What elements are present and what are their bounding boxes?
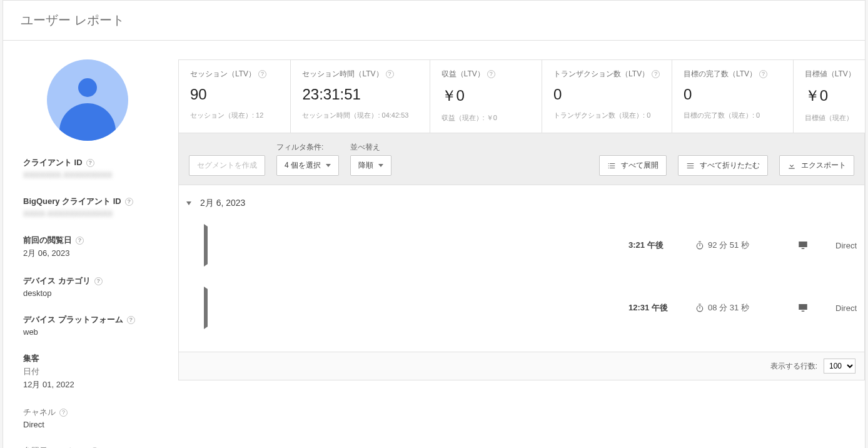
channel-label: チャネル <box>23 407 56 418</box>
acq-date-label: 日付 <box>23 366 172 377</box>
sessions-list: 2月 6, 2023 3:21 午後 92 分 51 秒 <box>178 185 865 352</box>
desktop-icon <box>797 240 809 251</box>
help-icon[interactable]: ? <box>76 237 84 245</box>
create-segment-button[interactable]: セグメントを作成 <box>189 155 265 176</box>
help-icon[interactable]: ? <box>59 409 68 417</box>
metric-session-duration: セッション時間（LTV）? 23:31:51 セッション時間（現在）: 04:4… <box>291 60 430 133</box>
desktop-icon <box>797 302 809 313</box>
table-footer: 表示する行数: 100 <box>178 352 865 380</box>
help-icon[interactable]: ? <box>759 70 767 78</box>
metric-revenue: 収益（LTV）? ￥0 収益（現在）: ￥0 <box>430 60 542 133</box>
bq-client-id-value: XXXX-XXXXXXXXXXXX <box>23 209 172 218</box>
title-bar: ユーザー レポート <box>3 1 865 41</box>
session-duration: 08 分 31 秒 <box>708 302 749 313</box>
filter-label: フィルタ条件: <box>276 142 339 153</box>
export-button[interactable]: エクスポート <box>779 155 854 176</box>
help-icon[interactable]: ? <box>258 70 266 78</box>
session-row[interactable]: 3:21 午後 92 分 51 秒 Direct <box>179 214 864 277</box>
device-platform-value: web <box>23 327 172 337</box>
sessions-toolbar: セグメントを作成 フィルタ条件: 4 個を選択 並べ替え 降順 <box>178 133 865 185</box>
collapse-all-button[interactable]: すべて折りたたむ <box>678 155 768 176</box>
expand-icon <box>607 161 616 170</box>
chevron-down-icon <box>186 201 191 205</box>
device-category-value: desktop <box>23 288 172 298</box>
metric-goal-completions: 目標の完了数（LTV）? 0 目標の完了数（現在）: 0 <box>672 60 794 133</box>
metric-transactions: トランザクション数（LTV）? 0 トランザクション数（現在）: 0 <box>542 60 672 133</box>
rows-select[interactable]: 100 <box>824 359 855 374</box>
day-header[interactable]: 2月 6, 2023 <box>179 193 864 214</box>
chevron-right-icon <box>204 287 615 329</box>
last-seen-value: 2月 06, 2023 <box>23 248 172 259</box>
chevron-right-icon <box>204 224 615 267</box>
help-icon[interactable]: ? <box>125 198 133 206</box>
sort-label: 並べ替え <box>350 142 391 153</box>
device-platform-label: デバイス プラットフォーム <box>23 314 123 325</box>
caret-down-icon <box>326 164 331 167</box>
svg-point-0 <box>697 243 702 249</box>
session-duration: 92 分 51 秒 <box>708 240 749 251</box>
last-seen-label: 前回の閲覧日 <box>23 235 72 246</box>
metric-goal-value: 目標値（LTV） ￥0 目標値（現在） <box>794 60 865 133</box>
help-icon[interactable]: ? <box>86 159 94 167</box>
bq-client-id-label: BigQuery クライアント ID <box>23 196 121 207</box>
metrics-row: セッション（LTV）? 90 セッション（現在）: 12 セッション時間（LTV… <box>178 59 865 133</box>
caret-down-icon <box>378 164 383 167</box>
session-time: 3:21 午後 <box>628 240 682 251</box>
stopwatch-icon <box>695 303 704 312</box>
acq-date-value: 12月 01, 2022 <box>23 379 172 390</box>
client-id-value: XXXXXXX.XXXXXXXXX <box>23 170 172 180</box>
help-icon[interactable]: ? <box>386 70 394 78</box>
session-time: 12:31 午後 <box>628 302 682 313</box>
session-channel: Direct <box>835 303 857 313</box>
stopwatch-icon <box>695 241 704 250</box>
client-id-label: クライアント ID <box>23 157 83 168</box>
channel-value: Direct <box>23 420 172 429</box>
help-icon[interactable]: ? <box>127 316 135 324</box>
user-avatar <box>47 59 128 141</box>
help-icon[interactable]: ? <box>487 70 495 78</box>
page-title: ユーザー レポート <box>21 12 847 29</box>
collapse-icon <box>686 161 695 170</box>
metric-sessions: セッション（LTV）? 90 セッション（現在）: 12 <box>179 60 291 133</box>
user-sidebar: クライアント ID ? XXXXXXX.XXXXXXXXX BigQuery ク… <box>3 41 172 448</box>
expand-all-button[interactable]: すべて展開 <box>599 155 667 176</box>
session-row[interactable]: 12:31 午後 08 分 31 秒 Direct <box>179 277 864 339</box>
filter-dropdown[interactable]: 4 個を選択 <box>276 155 339 176</box>
help-icon[interactable]: ? <box>94 277 103 285</box>
session-channel: Direct <box>835 241 857 250</box>
rows-label: 表示する行数: <box>770 361 817 372</box>
download-icon <box>787 161 796 170</box>
sort-dropdown[interactable]: 降順 <box>350 155 391 176</box>
device-category-label: デバイス カテゴリ <box>23 275 91 287</box>
source-medium-label: 参照元 / メディア <box>23 445 87 448</box>
day-label: 2月 6, 2023 <box>200 198 245 209</box>
help-icon[interactable]: ? <box>652 70 660 78</box>
acquisition-label: 集客 <box>23 353 39 364</box>
svg-point-1 <box>697 306 702 312</box>
